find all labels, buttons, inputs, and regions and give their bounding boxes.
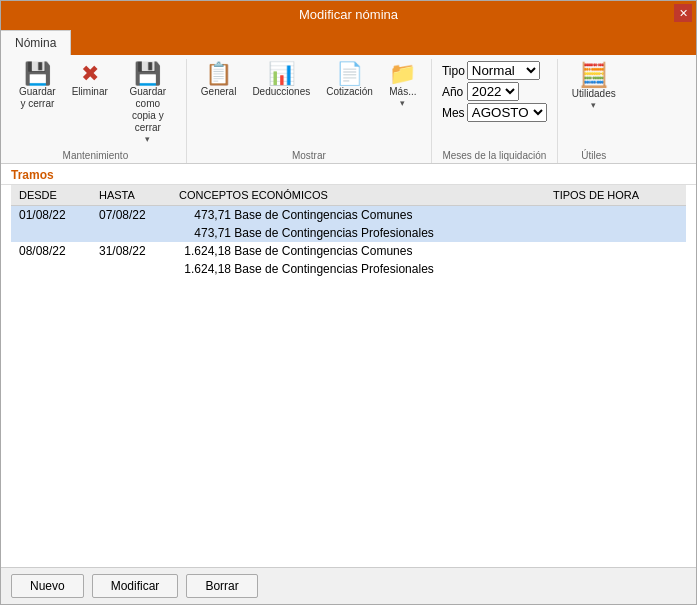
tipo-select-cell: Normal Extra Especial: [467, 61, 547, 80]
eliminar-label: Eliminar: [72, 86, 108, 98]
concept-desc: Base de Contingencias Profesionales: [234, 226, 433, 240]
amount: 1.624,18: [179, 262, 231, 276]
concept-desc: Base de Contingencias Comunes: [234, 208, 412, 222]
cotizacion-button[interactable]: 📄 Cotización: [320, 59, 379, 102]
utilidades-caret-icon: ▾: [591, 100, 596, 110]
concept-line: 1.624,18 Base de Contingencias Comunes: [179, 244, 537, 258]
modificar-button[interactable]: Modificar: [92, 574, 179, 598]
general-button[interactable]: 📋 General: [195, 59, 243, 102]
close-button[interactable]: ✕: [674, 4, 692, 22]
cell-hasta: 31/08/22: [91, 242, 171, 278]
eliminar-button[interactable]: ✖ Eliminar: [66, 59, 114, 102]
deducciones-icon: 📊: [268, 63, 295, 85]
mostrar-label: Mostrar: [292, 150, 326, 161]
tramos-table: DESDE HASTA CONCEPTOS ECONÓMICOS TIPOS D…: [11, 185, 686, 278]
cell-hasta: 07/08/22: [91, 206, 171, 243]
general-label: General: [201, 86, 237, 98]
mas-button[interactable]: 📁 Más... ▾: [383, 59, 423, 112]
cell-conceptos-extra: 473,71 Base de Contingencias Profesional…: [171, 224, 545, 242]
utiles-label: Útiles: [581, 150, 606, 161]
liquidacion-table: Tipo Normal Extra Especial Año: [440, 59, 549, 124]
ribbon-group-mantenimiento: 💾 Guardary cerrar ✖ Eliminar 💾 Guardar c…: [5, 59, 187, 163]
bottom-bar: Nuevo Modificar Borrar: [1, 567, 696, 604]
tipo-label-cell: Tipo: [442, 61, 465, 80]
table-header: DESDE HASTA CONCEPTOS ECONÓMICOS TIPOS D…: [11, 185, 686, 206]
th-conceptos: CONCEPTOS ECONÓMICOS: [171, 185, 545, 206]
ribbon-group-utiles: 🧮 Utilidades ▾ Útiles: [558, 59, 630, 163]
mes-select[interactable]: ENEROFEBREROMARZO ABRILMAYOJUNIO JULIOAG…: [467, 103, 547, 122]
utilidades-label: Utilidades: [572, 88, 616, 100]
th-hasta: HASTA: [91, 185, 171, 206]
savecopy-icon: 💾: [134, 63, 161, 85]
ribbon-content: 💾 Guardary cerrar ✖ Eliminar 💾 Guardar c…: [1, 55, 696, 163]
mas-label: Más...: [389, 86, 416, 98]
ribbon-group-mostrar: 📋 General 📊 Deducciones 📄 Cotización 📁 M…: [187, 59, 432, 163]
liquidacion-label: Meses de la liquidación: [442, 150, 546, 161]
mas-caret-icon: ▾: [400, 98, 405, 108]
ribbon-tabs: Nómina: [1, 27, 696, 55]
cell-conceptos: 1.624,18 Base de Contingencias Comunes: [171, 242, 545, 260]
cell-desde: 01/08/22: [11, 206, 91, 243]
header-row: DESDE HASTA CONCEPTOS ECONÓMICOS TIPOS D…: [11, 185, 686, 206]
tipo-select[interactable]: Normal Extra Especial: [467, 61, 540, 80]
cell-conceptos: 473,71 Base de Contingencias Comunes: [171, 206, 545, 225]
mostrar-items: 📋 General 📊 Deducciones 📄 Cotización 📁 M…: [195, 59, 423, 148]
tipo-label: Tipo: [442, 64, 465, 78]
tramos-section-label: Tramos: [1, 164, 696, 185]
window-title: Modificar nómina: [299, 7, 398, 22]
save-icon: 💾: [24, 63, 51, 85]
deducciones-button[interactable]: 📊 Deducciones: [246, 59, 316, 102]
dropdown-caret-icon: ▾: [145, 134, 150, 144]
calc-icon: 🧮: [579, 63, 609, 87]
utilidades-button[interactable]: 🧮 Utilidades ▾: [566, 59, 622, 114]
title-bar: Modificar nómina ✕: [1, 1, 696, 27]
cell-conceptos-extra: 1.624,18 Base de Contingencias Profesion…: [171, 260, 545, 278]
concept-desc: Base de Contingencias Comunes: [234, 244, 412, 258]
concept-line: 473,71 Base de Contingencias Comunes: [179, 208, 537, 222]
mas-icon: 📁: [389, 63, 416, 85]
mes-label-cell: Mes: [442, 103, 465, 122]
guardar-copia-button[interactable]: 💾 Guardar comocopia y cerrar ▾: [118, 59, 178, 148]
mantenimiento-label: Mantenimiento: [63, 150, 129, 161]
borrar-button[interactable]: Borrar: [186, 574, 257, 598]
anio-label-cell: Año: [442, 82, 465, 101]
mes-row: Mes ENEROFEBREROMARZO ABRILMAYOJUNIO JUL…: [442, 103, 547, 122]
table-body: 01/08/2207/08/22473,71 Base de Contingen…: [11, 206, 686, 279]
ribbon-group-liquidacion: Tipo Normal Extra Especial Año: [432, 59, 558, 163]
tab-nomina[interactable]: Nómina: [1, 30, 71, 55]
delete-icon: ✖: [81, 63, 99, 85]
liquidacion-items: Tipo Normal Extra Especial Año: [440, 59, 549, 148]
utiles-items: 🧮 Utilidades ▾: [566, 59, 622, 148]
anio-select[interactable]: 2020 2021 2022 2023: [467, 82, 519, 101]
guardar-copia-label: Guardar comocopia y cerrar: [124, 86, 172, 134]
anio-row: Año 2020 2021 2022 2023: [442, 82, 547, 101]
mes-label: Mes: [442, 106, 465, 120]
mes-select-cell: ENEROFEBREROMARZO ABRILMAYOJUNIO JULIOAG…: [467, 103, 547, 122]
guardar-label: Guardary cerrar: [19, 86, 56, 110]
nuevo-button[interactable]: Nuevo: [11, 574, 84, 598]
table-row[interactable]: 08/08/2231/08/221.624,18 Base de Conting…: [11, 242, 686, 260]
anio-label: Año: [442, 85, 463, 99]
amount: 1.624,18: [179, 244, 231, 258]
cell-desde: 08/08/22: [11, 242, 91, 278]
tipo-row: Tipo Normal Extra Especial: [442, 61, 547, 80]
guardar-button[interactable]: 💾 Guardary cerrar: [13, 59, 62, 114]
ribbon: Nómina 💾 Guardary cerrar ✖ Eliminar 💾: [1, 27, 696, 164]
main-window: Modificar nómina ✕ Nómina 💾 Guardary cer…: [0, 0, 697, 605]
cell-tipos-hora: [545, 206, 686, 243]
amount: 473,71: [179, 226, 231, 240]
table-row[interactable]: 01/08/2207/08/22473,71 Base de Contingen…: [11, 206, 686, 225]
anio-select-cell: 2020 2021 2022 2023: [467, 82, 547, 101]
th-desde: DESDE: [11, 185, 91, 206]
cotizacion-label: Cotización: [326, 86, 373, 98]
cell-tipos-hora: [545, 242, 686, 278]
table-area: DESDE HASTA CONCEPTOS ECONÓMICOS TIPOS D…: [1, 185, 696, 567]
deducciones-label: Deducciones: [252, 86, 310, 98]
th-tipos-hora: TIPOS DE HORA: [545, 185, 686, 206]
general-icon: 📋: [205, 63, 232, 85]
amount: 473,71: [179, 208, 231, 222]
concept-desc: Base de Contingencias Profesionales: [234, 262, 433, 276]
cotizacion-icon: 📄: [336, 63, 363, 85]
mantenimiento-items: 💾 Guardary cerrar ✖ Eliminar 💾 Guardar c…: [13, 59, 178, 148]
